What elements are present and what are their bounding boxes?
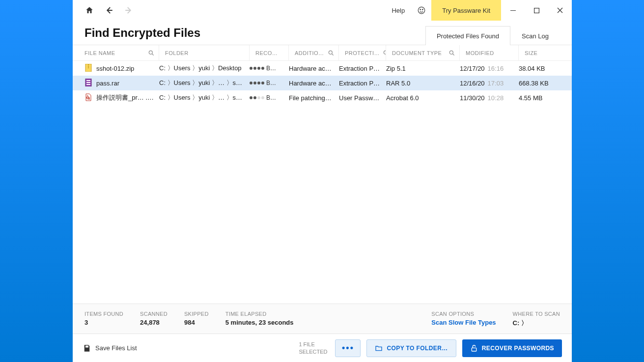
copy-label: COPY TO FOLDER… bbox=[387, 345, 448, 352]
cell-modified: 12/17/2016:16 bbox=[460, 65, 519, 72]
column-headers: FILE NAME FOLDER RECO… ADDITIO… PROTECTI… bbox=[73, 45, 572, 61]
titlebar-right: Help Try Passware Kit bbox=[385, 0, 572, 21]
arrow-left-icon bbox=[105, 6, 113, 15]
svg-point-0 bbox=[418, 7, 425, 14]
svg-point-8 bbox=[449, 51, 453, 54]
minimize-icon bbox=[510, 8, 516, 13]
cell-protection: User Passwo… bbox=[339, 94, 386, 102]
cell-document-type: Zip 5.1 bbox=[386, 65, 460, 72]
save-label: Save Files List bbox=[95, 344, 137, 352]
col-protection-label: PROTECTI… bbox=[345, 50, 380, 56]
svg-rect-14 bbox=[86, 80, 90, 81]
titlebar: Help Try Passware Kit bbox=[73, 0, 572, 21]
recover-passwords-button[interactable]: RECOVER PASSWORDS bbox=[462, 339, 562, 357]
table-row[interactable]: pass.rarC: 〉Users 〉yuki 〉… 〉sampleB…Hard… bbox=[73, 76, 572, 90]
selection-info: 1 FILESELECTED bbox=[299, 341, 327, 355]
back-button[interactable] bbox=[100, 0, 118, 20]
col-file-name-label: FILE NAME bbox=[84, 50, 115, 56]
save-files-list-button[interactable]: Save Files List bbox=[83, 344, 137, 353]
svg-point-1 bbox=[420, 9, 421, 10]
search-icon[interactable] bbox=[448, 50, 455, 56]
col-protection[interactable]: PROTECTI… bbox=[339, 45, 386, 60]
tabs: Protected Files Found Scan Log bbox=[425, 21, 572, 45]
cell-folder: C: 〉Users 〉yuki 〉… 〉sample bbox=[159, 93, 250, 102]
cell-document-type: Acrobat 6.0 bbox=[386, 94, 460, 102]
cell-folder: C: 〉Users 〉yuki 〉… 〉sample bbox=[159, 79, 250, 87]
cell-protection: Extraction Pa… bbox=[339, 80, 386, 87]
svg-rect-17 bbox=[86, 345, 88, 347]
cell-modified: 12/16/2017:03 bbox=[460, 80, 519, 87]
feedback-button[interactable] bbox=[412, 0, 431, 21]
action-bar: Save Files List 1 FILESELECTED ••• COPY … bbox=[73, 334, 572, 362]
more-actions-button[interactable]: ••• bbox=[335, 339, 361, 357]
col-size[interactable]: SIZE bbox=[519, 45, 561, 60]
svg-rect-3 bbox=[510, 10, 516, 11]
tab-scan-log[interactable]: Scan Log bbox=[510, 26, 560, 45]
col-additional[interactable]: ADDITIO… bbox=[289, 45, 339, 60]
copy-to-folder-button[interactable]: COPY TO FOLDER… bbox=[366, 339, 456, 357]
cell-folder: C: 〉Users 〉yuki 〉Desktop bbox=[159, 64, 250, 73]
cell-additional: Hardware ac… bbox=[289, 80, 339, 87]
app-window: Help Try Passware Kit Find Encrypted Fil… bbox=[73, 0, 572, 362]
maximize-button[interactable] bbox=[525, 0, 548, 21]
svg-rect-15 bbox=[86, 82, 90, 83]
smile-icon bbox=[417, 6, 426, 15]
page-title: Find Encrypted Files bbox=[84, 26, 200, 40]
help-link[interactable]: Help bbox=[385, 0, 412, 21]
search-icon[interactable] bbox=[328, 50, 335, 56]
stat-label: SKIPPED bbox=[184, 311, 209, 317]
file-type-icon bbox=[84, 79, 96, 88]
stat-label: WHERE TO SCAN bbox=[513, 311, 560, 317]
stat-items-found: ITEMS FOUND 3 bbox=[84, 311, 123, 328]
table-row[interactable]: 操作説明書_pr… .pdfC: 〉Users 〉yuki 〉… 〉sample… bbox=[73, 90, 572, 105]
stat-where-to-scan: WHERE TO SCAN C: 〉 bbox=[513, 311, 560, 328]
cell-file-name: sshot-012.zip bbox=[96, 65, 159, 72]
cell-modified: 11/30/2010:28 bbox=[460, 94, 519, 102]
stat-skipped: SKIPPED 984 bbox=[184, 311, 209, 328]
col-document-type[interactable]: DOCUMENT TYPE bbox=[386, 45, 460, 60]
col-file-name[interactable]: FILE NAME bbox=[84, 45, 159, 60]
cell-size: 38.04 KB bbox=[519, 65, 561, 72]
col-modified[interactable]: MODIFIED bbox=[460, 45, 519, 60]
file-type-icon bbox=[84, 93, 96, 103]
stat-value: 24,878 bbox=[140, 319, 168, 326]
search-icon[interactable] bbox=[383, 50, 386, 56]
cell-protection: Extraction Pa… bbox=[339, 65, 386, 72]
cell-file-name: 操作説明書_pr… .pdf bbox=[96, 93, 159, 102]
forward-button bbox=[120, 0, 138, 20]
cell-additional: File patching… bbox=[289, 94, 339, 102]
file-type-icon bbox=[84, 64, 96, 73]
svg-point-5 bbox=[149, 51, 152, 54]
home-icon bbox=[85, 6, 94, 15]
stat-time-elapsed: TIME ELAPSED 5 minutes, 23 seconds bbox=[225, 311, 294, 328]
home-button[interactable] bbox=[81, 0, 98, 20]
stat-value: 3 bbox=[84, 319, 123, 326]
minimize-button[interactable] bbox=[501, 0, 525, 21]
svg-point-6 bbox=[329, 51, 332, 54]
cell-recovery: B… bbox=[250, 65, 289, 72]
stat-value: 984 bbox=[184, 319, 209, 326]
status-bar: ITEMS FOUND 3 SCANNED 24,878 SKIPPED 984… bbox=[73, 304, 572, 334]
stat-value: 5 minutes, 23 seconds bbox=[225, 319, 294, 326]
stat-label: ITEMS FOUND bbox=[84, 311, 123, 317]
search-icon[interactable] bbox=[148, 50, 155, 56]
close-button[interactable] bbox=[548, 0, 572, 21]
cell-additional: Hardware ac… bbox=[289, 65, 339, 72]
table-row[interactable]: sshot-012.zipC: 〉Users 〉yuki 〉DesktopB…H… bbox=[73, 61, 572, 76]
arrow-right-icon bbox=[124, 6, 133, 15]
cell-recovery: B… bbox=[250, 94, 289, 101]
svg-rect-4 bbox=[534, 8, 539, 13]
tab-protected-files[interactable]: Protected Files Found bbox=[425, 26, 510, 45]
svg-rect-10 bbox=[88, 64, 89, 65]
col-additional-label: ADDITIO… bbox=[295, 50, 324, 56]
lock-icon bbox=[470, 344, 478, 352]
scan-options-link[interactable]: Scan Slow File Types bbox=[431, 319, 496, 326]
results-table: sshot-012.zipC: 〉Users 〉yuki 〉DesktopB…H… bbox=[73, 61, 572, 304]
col-folder[interactable]: FOLDER bbox=[159, 45, 250, 60]
svg-rect-12 bbox=[88, 67, 89, 68]
col-recovery[interactable]: RECO… bbox=[250, 45, 289, 60]
stat-scanned: SCANNED 24,878 bbox=[140, 311, 168, 328]
try-passware-button[interactable]: Try Passware Kit bbox=[431, 0, 501, 21]
cell-document-type: RAR 5.0 bbox=[386, 80, 460, 87]
col-document-type-label: DOCUMENT TYPE bbox=[392, 50, 442, 56]
